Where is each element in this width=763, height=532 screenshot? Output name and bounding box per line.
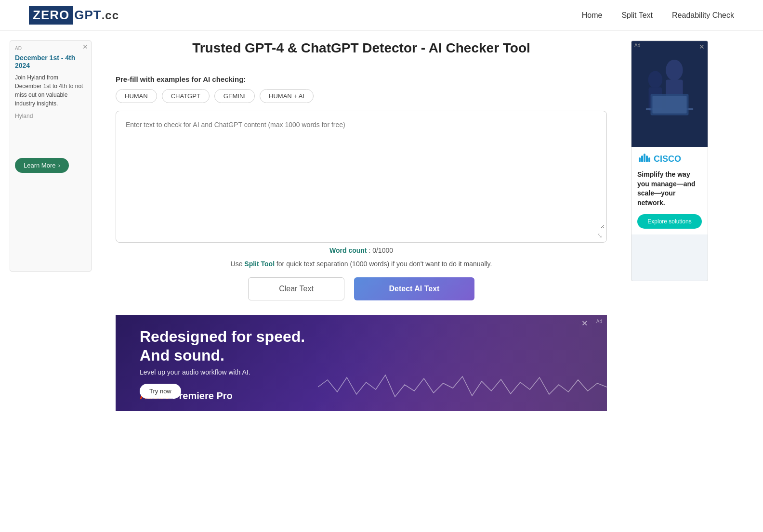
left-ad-close-icon[interactable]: ✕ — [82, 43, 88, 51]
svg-rect-8 — [644, 154, 645, 162]
svg-point-3 — [648, 71, 663, 89]
right-ad-container: Ad ✕ — [631, 40, 708, 281]
bottom-ad-headline-line2: And sound. — [140, 347, 224, 364]
left-ad-learn-label: Learn More — [24, 162, 55, 169]
right-ad-image — [631, 41, 708, 147]
left-ad-date: December 1st - 4th 2024 — [15, 54, 86, 69]
bottom-ad-headline-line1: Redesigned for speed. — [140, 328, 305, 345]
logo-area: ZERO GPT .cc — [29, 6, 119, 25]
main-content: Trusted GPT-4 & ChatGPT Detector - AI Ch… — [96, 31, 626, 421]
prefill-buttons-group: HUMAN CHATGPT GEMINI HUMAN + AI — [116, 89, 607, 103]
bottom-ad-sub: Level up your audio workflow with AI. — [140, 368, 305, 376]
textarea-wrapper: ⤡ — [116, 111, 607, 243]
bottom-ad-close-icon[interactable]: ✕ — [581, 319, 588, 328]
left-ad-learn-button[interactable]: Learn More › — [15, 158, 69, 173]
right-ad-close-icon[interactable]: ✕ — [699, 43, 705, 51]
left-ad-brand: Hyland — [15, 113, 86, 119]
logo-link[interactable]: ZERO GPT .cc — [29, 6, 119, 25]
word-count-label: Word count — [329, 247, 367, 254]
clear-text-button[interactable]: Clear Text — [248, 277, 344, 300]
right-ad-wrapper: Ad ✕ — [626, 31, 713, 421]
cisco-brand-text: CISCO — [654, 154, 681, 164]
svg-rect-11 — [639, 157, 641, 162]
page-body: ✕ Ad December 1st - 4th 2024 Join Hyland… — [0, 31, 763, 421]
svg-rect-10 — [646, 156, 648, 162]
bottom-ad-headline: Redesigned for speed. And sound. — [140, 327, 305, 364]
svg-point-1 — [666, 60, 683, 80]
nav-home[interactable]: Home — [582, 11, 603, 20]
resize-handle: ⤡ — [118, 231, 605, 240]
prefill-gemini-button[interactable]: GEMINI — [214, 89, 255, 103]
left-ad-tag: Ad — [15, 46, 86, 51]
bottom-ad-text: Redesigned for speed. And sound. Level u… — [140, 327, 305, 399]
prefill-human-ai-button[interactable]: HUMAN + AI — [260, 89, 314, 103]
nav-split-text[interactable]: Split Text — [621, 11, 653, 20]
page-title: Trusted GPT-4 & ChatGPT Detector - AI Ch… — [116, 40, 607, 56]
logo-zero: ZERO — [29, 6, 73, 25]
right-ad-explore-button[interactable]: Explore solutions — [637, 214, 702, 229]
svg-rect-12 — [648, 157, 650, 162]
resize-icon: ⤡ — [597, 232, 603, 239]
nav-readability-check[interactable]: Readability Check — [672, 11, 734, 20]
header: ZERO GPT .cc Home Split Text Readability… — [0, 0, 763, 31]
word-count-value: 0/1000 — [372, 247, 393, 254]
prefill-chatgpt-button[interactable]: CHATGPT — [162, 89, 210, 103]
right-ad-headline: Simplify the way you manage—and scale—yo… — [637, 170, 702, 208]
svg-rect-9 — [641, 156, 643, 162]
detect-ai-button[interactable]: Detect AI Text — [354, 277, 474, 300]
right-ad-people-graphic — [631, 41, 708, 147]
prefill-label: Pre-fill with examples for AI checking: — [116, 75, 607, 83]
left-ad-body: Join Hyland from December 1st to 4th to … — [15, 73, 86, 108]
waveform-graphic — [318, 373, 607, 402]
cisco-svg-icon — [637, 154, 652, 162]
action-buttons: Clear Text Detect AI Text — [116, 277, 607, 300]
svg-rect-7 — [652, 96, 686, 114]
split-tool-link[interactable]: Split Tool — [244, 260, 275, 268]
left-ad-container: ✕ Ad December 1st - 4th 2024 Join Hyland… — [10, 40, 92, 272]
right-ad-content: CISCO Simplify the way you manage—and sc… — [631, 147, 708, 234]
logo-gpt: GPT — [74, 8, 101, 23]
split-note-suffix: for quick text separation (1000 words) i… — [276, 260, 492, 268]
bottom-ad-tag: Ad — [596, 319, 602, 324]
bottom-ad-try-button[interactable]: Try now — [140, 384, 181, 399]
left-ad-wrapper: ✕ Ad December 1st - 4th 2024 Join Hyland… — [0, 31, 96, 421]
cisco-logo: CISCO — [637, 153, 702, 165]
word-count-colon: : — [368, 247, 372, 254]
prefill-human-button[interactable]: HUMAN — [116, 89, 157, 103]
bottom-ad-image — [318, 315, 607, 411]
bottom-ad: Redesigned for speed. And sound. Level u… — [116, 315, 607, 411]
main-nav: Home Split Text Readability Check — [582, 11, 734, 20]
split-tool-note: Use Split Tool for quick text separation… — [116, 260, 607, 268]
word-count-row: Word count : 0/1000 — [116, 247, 607, 254]
chevron-right-icon: › — [58, 162, 60, 169]
split-note-prefix: Use — [231, 260, 245, 268]
logo-cc: .cc — [102, 9, 119, 22]
cisco-icon — [637, 153, 652, 165]
ai-text-input[interactable] — [118, 113, 605, 229]
right-ad-tag: Ad — [634, 43, 640, 48]
